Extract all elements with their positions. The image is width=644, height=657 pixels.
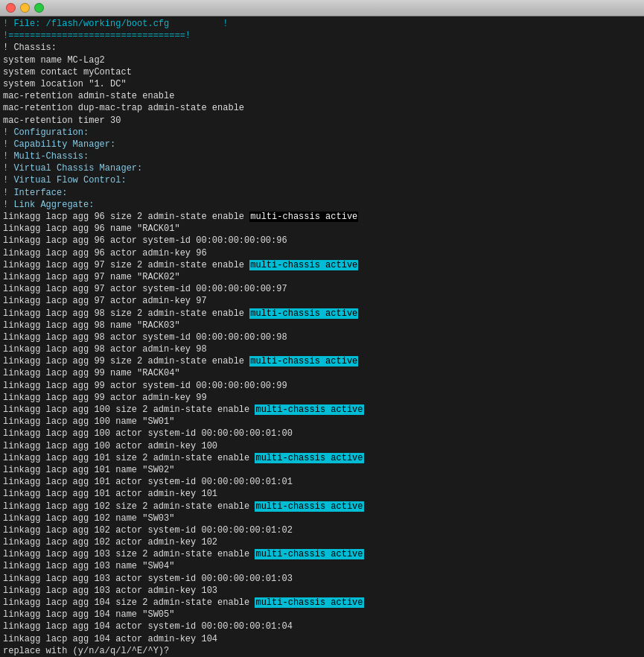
vim-line: linkagg lacp agg 100 size 2 admin-state …	[3, 404, 641, 416]
vim-line: linkagg lacp agg 98 name "RACK03"	[3, 320, 641, 331]
vim-line: linkagg lacp agg 96 actor system-id 00:0…	[3, 235, 641, 247]
vim-line: linkagg lacp agg 97 name "RACK02"	[3, 271, 641, 283]
vim-line: linkagg lacp agg 97 size 2 admin-state e…	[3, 259, 641, 271]
vim-line: linkagg lacp agg 100 actor admin-key 100	[3, 440, 641, 452]
vim-line: linkagg lacp agg 103 size 2 admin-state …	[3, 548, 641, 560]
title-bar-buttons	[6, 3, 44, 13]
vim-line: linkagg lacp agg 102 actor system-id 00:…	[3, 524, 641, 536]
vim-line: linkagg lacp agg 103 name "SW04"	[3, 560, 641, 572]
vim-line: linkagg lacp agg 100 actor system-id 00:…	[3, 428, 641, 439]
title-bar	[0, 0, 644, 16]
vim-line: system location "1. DC"	[3, 78, 641, 90]
vim-line: linkagg lacp agg 98 size 2 admin-state e…	[3, 308, 641, 320]
vim-line: ! Multi-Chassis:	[3, 150, 641, 162]
vim-line: linkagg lacp agg 96 size 2 admin-state e…	[3, 211, 641, 223]
vim-line: ! Interface:	[3, 187, 641, 199]
vim-line: linkagg lacp agg 104 size 2 admin-state …	[3, 597, 641, 609]
vim-line: mac-retention timer 30	[3, 115, 641, 127]
vim-line: system contact myContact	[3, 66, 641, 78]
status-text: replace with (y/n/a/q/l/^E/^Y)?	[3, 646, 169, 656]
vim-line: linkagg lacp agg 104 actor admin-key 104	[3, 633, 641, 645]
vim-line: linkagg lacp agg 99 actor system-id 00:0…	[3, 380, 641, 392]
vim-line: linkagg lacp agg 98 actor system-id 00:0…	[3, 331, 641, 343]
vim-line: linkagg lacp agg 103 actor admin-key 103	[3, 585, 641, 597]
vim-window[interactable]: ! File: /flash/working/boot.cfg !!======…	[0, 16, 644, 657]
vim-line: linkagg lacp agg 99 actor admin-key 99	[3, 392, 641, 404]
vim-line: linkagg lacp agg 101 size 2 admin-state …	[3, 452, 641, 464]
vim-line: ! Link Aggregate:	[3, 199, 641, 211]
vim-line: linkagg lacp agg 103 actor system-id 00:…	[3, 573, 641, 585]
vim-line: linkagg lacp agg 102 size 2 admin-state …	[3, 501, 641, 512]
close-button[interactable]	[6, 3, 16, 13]
vim-line: mac-retention admin-state enable	[3, 90, 641, 102]
vim-line: ! Chassis:	[3, 42, 641, 54]
vim-line: mac-retention dup-mac-trap admin-state e…	[3, 102, 641, 114]
vim-line: linkagg lacp agg 99 name "RACK04"	[3, 367, 641, 379]
vim-line: linkagg lacp agg 96 actor admin-key 96	[3, 247, 641, 259]
vim-content: ! File: /flash/working/boot.cfg !!======…	[0, 16, 644, 657]
vim-line: linkagg lacp agg 96 name "RACK01"	[3, 223, 641, 235]
vim-line: ! Capability Manager:	[3, 139, 641, 150]
maximize-button[interactable]	[34, 3, 44, 13]
vim-line: linkagg lacp agg 101 name "SW02"	[3, 464, 641, 476]
vim-line: linkagg lacp agg 101 actor admin-key 101	[3, 488, 641, 500]
vim-line: linkagg lacp agg 102 actor admin-key 102	[3, 536, 641, 548]
vim-line: linkagg lacp agg 97 actor admin-key 97	[3, 295, 641, 307]
vim-line: linkagg lacp agg 98 actor admin-key 98	[3, 343, 641, 355]
vim-line: linkagg lacp agg 97 actor system-id 00:0…	[3, 283, 641, 295]
vim-line: linkagg lacp agg 104 name "SW05"	[3, 609, 641, 620]
vim-line: linkagg lacp agg 102 name "SW03"	[3, 512, 641, 524]
vim-line: linkagg lacp agg 100 name "SW01"	[3, 416, 641, 428]
vim-line: linkagg lacp agg 99 size 2 admin-state e…	[3, 355, 641, 367]
vim-line: ! File: /flash/working/boot.cfg !	[3, 18, 641, 30]
minimize-button[interactable]	[20, 3, 30, 13]
vim-line: ! Configuration:	[3, 127, 641, 139]
vim-line: !=================================!	[3, 30, 641, 42]
vim-line: ! Virtual Chassis Manager:	[3, 162, 641, 174]
vim-line: ! Virtual Flow Control:	[3, 174, 641, 186]
vim-line: linkagg lacp agg 104 actor system-id 00:…	[3, 620, 641, 632]
vim-status-bar: replace with (y/n/a/q/l/^E/^Y)?	[0, 645, 644, 657]
vim-line: system name MC-Lag2	[3, 54, 641, 66]
vim-line: linkagg lacp agg 101 actor system-id 00:…	[3, 476, 641, 488]
